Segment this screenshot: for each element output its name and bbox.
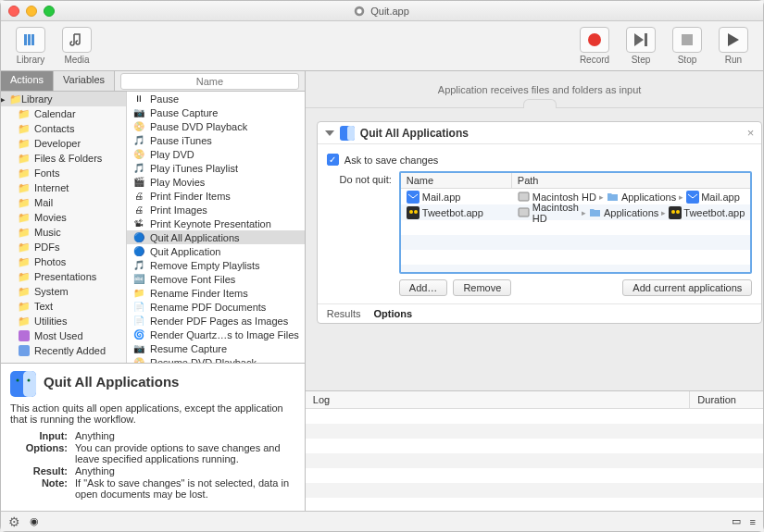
- sidebar-library-root[interactable]: ▸ 📁Library: [1, 92, 126, 106]
- disclosure-triangle-icon[interactable]: [325, 130, 334, 136]
- action-item[interactable]: 📁Rename Finder Items: [127, 286, 305, 300]
- run-icon: [719, 27, 748, 53]
- sidebar-item-presentations[interactable]: 📁Presentations: [1, 269, 126, 284]
- sidebar-item-pdfs[interactable]: 📁PDFs: [1, 240, 126, 254]
- workflow-input-bar[interactable]: Application receives files and folders a…: [306, 71, 763, 108]
- sidebar-item-utilities[interactable]: 📁Utilities: [1, 314, 126, 328]
- sidebar-item-label: Developer: [34, 138, 81, 149]
- info-row-label: Note:: [10, 477, 68, 500]
- info-row-label: Result:: [10, 465, 68, 476]
- table-row[interactable]: Tweetbot.appMacintosh HD▸Applications▸Tw…: [401, 204, 751, 220]
- action-icon: 🔤: [132, 273, 145, 286]
- action-item[interactable]: 🔤Remove Font Files: [127, 272, 305, 286]
- action-item[interactable]: 📄Render PDF Pages as Images: [127, 314, 305, 328]
- action-item[interactable]: 📽Print Keynote Presentation: [127, 217, 305, 230]
- do-not-quit-table[interactable]: Name Path Mail.appMacintosh HD▸Applicati…: [399, 171, 753, 274]
- record-button[interactable]: Record: [574, 27, 615, 65]
- action-item[interactable]: 📀Pause DVD Playback: [127, 119, 305, 133]
- action-item[interactable]: 🔵Quit All Applications: [127, 230, 305, 244]
- action-item[interactable]: 🎵Remove Empty Playlists: [127, 258, 305, 272]
- sidebar-item-contacts[interactable]: 📁Contacts: [1, 121, 126, 136]
- action-icon: 🖨: [132, 190, 145, 203]
- zoom-window-button[interactable]: [44, 6, 55, 17]
- ask-to-save-label: Ask to save changes: [344, 155, 439, 166]
- action-item[interactable]: 📀Play DVD: [127, 147, 305, 161]
- folder-icon: 📁: [18, 226, 31, 239]
- path-crumb-icon: [669, 206, 681, 218]
- action-item[interactable]: 📀Resume DVD Playback: [127, 355, 305, 363]
- folder-icon: 📁: [18, 270, 31, 283]
- action-item[interactable]: 🎵Pause iTunes: [127, 133, 305, 147]
- step-button[interactable]: Step: [620, 27, 661, 65]
- view-list-icon[interactable]: ≡: [750, 516, 756, 527]
- folder-icon: 📁: [18, 241, 31, 254]
- library-sidebar[interactable]: ▸ 📁Library📁Calendar📁Contacts📁Developer📁F…: [1, 92, 127, 363]
- close-window-button[interactable]: [8, 6, 19, 17]
- folder-icon: 📁: [18, 107, 31, 120]
- svg-point-1: [357, 8, 362, 13]
- info-row: Options:You can provide options to save …: [10, 442, 295, 464]
- right-column: Application receives files and folders a…: [306, 71, 763, 511]
- sidebar-item-files-folders[interactable]: 📁Files & Folders: [1, 151, 126, 166]
- action-item[interactable]: 📷Pause Capture: [127, 105, 305, 119]
- col-path[interactable]: Path: [512, 173, 751, 188]
- sidebar-item-movies[interactable]: 📁Movies: [1, 210, 126, 225]
- tab-variables[interactable]: Variables: [54, 71, 115, 91]
- action-item[interactable]: 📷Resume Capture: [127, 341, 305, 355]
- action-card-close-icon[interactable]: ×: [747, 126, 755, 140]
- action-item[interactable]: 🌀Render Quartz…s to Image Files: [127, 328, 305, 341]
- col-name[interactable]: Name: [401, 173, 512, 188]
- view-flow-icon[interactable]: ▭: [732, 515, 741, 527]
- folder-icon: 📁: [18, 167, 31, 179]
- action-label: Render PDF Pages as Images: [150, 315, 288, 327]
- sidebar-item-music[interactable]: 📁Music: [1, 225, 126, 240]
- sidebar-item-mail[interactable]: 📁Mail: [1, 195, 126, 210]
- action-item[interactable]: ⏸Pause: [127, 92, 305, 105]
- folder-icon: 📁: [18, 285, 31, 298]
- action-item[interactable]: 📄Rename PDF Documents: [127, 300, 305, 314]
- search-input[interactable]: [120, 73, 299, 90]
- actions-list[interactable]: ⏸Pause📷Pause Capture📀Pause DVD Playback🎵…: [127, 92, 305, 363]
- action-label: Play Movies: [150, 177, 205, 188]
- action-item[interactable]: 🎬Play Movies: [127, 175, 305, 189]
- sidebar-item-photos[interactable]: 📁Photos: [1, 254, 126, 269]
- gear-icon[interactable]: ⚙: [8, 514, 20, 529]
- log-column-duration[interactable]: Duration: [690, 391, 763, 408]
- workflow-canvas[interactable]: Quit All Applications × ✓ Ask to save ch…: [306, 108, 763, 390]
- info-row-value: Anything: [75, 465, 295, 476]
- action-card-header[interactable]: Quit All Applications ×: [318, 122, 762, 144]
- svg-point-17: [409, 210, 413, 214]
- app-icon: [407, 206, 419, 218]
- sidebar-item-label: Mail: [34, 197, 53, 208]
- library-button[interactable]: Library: [10, 27, 51, 65]
- sidebar-item-calendar[interactable]: 📁Calendar: [1, 106, 126, 121]
- sidebar-item-developer[interactable]: 📁Developer: [1, 136, 126, 151]
- svg-point-9: [17, 379, 19, 382]
- sidebar-item-label: Utilities: [34, 315, 67, 327]
- action-item[interactable]: 🖨Print Finder Items: [127, 189, 305, 203]
- minimize-window-button[interactable]: [26, 6, 37, 17]
- action-item[interactable]: 🎵Play iTunes Playlist: [127, 161, 305, 175]
- tab-actions[interactable]: Actions: [1, 71, 54, 91]
- footer-results-tab[interactable]: Results: [327, 308, 361, 319]
- stop-button[interactable]: Stop: [667, 27, 708, 65]
- log-column-log[interactable]: Log: [306, 391, 691, 408]
- sidebar-item-system[interactable]: 📁System: [1, 284, 126, 299]
- sidebar-smart-recently-added[interactable]: Recently Added: [1, 343, 126, 358]
- sidebar-item-fonts[interactable]: 📁Fonts: [1, 166, 126, 180]
- action-item[interactable]: 🔵Quit Application: [127, 244, 305, 258]
- sidebar-item-internet[interactable]: 📁Internet: [1, 180, 126, 195]
- footer-options-tab[interactable]: Options: [373, 308, 412, 319]
- remove-button[interactable]: Remove: [453, 279, 511, 296]
- run-button[interactable]: Run: [713, 27, 754, 65]
- add-current-applications-button[interactable]: Add current applications: [622, 279, 752, 296]
- add-button[interactable]: Add…: [399, 279, 448, 296]
- action-item[interactable]: 🖨Print Images: [127, 203, 305, 217]
- action-icon: 🎵: [132, 162, 145, 175]
- svg-point-22: [676, 210, 680, 214]
- info-row-value: You can provide options to save changes …: [75, 442, 295, 464]
- sidebar-smart-most-used[interactable]: Most Used: [1, 328, 126, 343]
- sidebar-item-text[interactable]: 📁Text: [1, 299, 126, 314]
- ask-to-save-checkbox[interactable]: ✓: [327, 154, 339, 166]
- media-button[interactable]: Media: [56, 27, 97, 65]
